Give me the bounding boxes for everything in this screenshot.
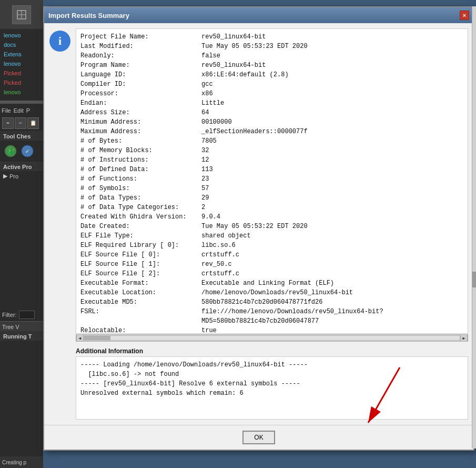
info-row-13: # of Instructions: 12	[80, 155, 463, 165]
sidebar-item-lenovo2[interactable]: lenovo	[2, 59, 41, 68]
tool-icon-check[interactable]: ✓	[20, 144, 35, 158]
info-key-26: Executable Format:	[80, 278, 201, 288]
running-tasks-title: Running T	[0, 331, 43, 341]
info-val-3: rev50_linux64-bit	[201, 61, 266, 70]
vertical-scrollbar-thumb[interactable]	[472, 272, 476, 287]
toolbar-btn-3[interactable]: 📋	[27, 117, 39, 129]
info-key-13: # of Instructions:	[80, 155, 201, 165]
info-row-28: Executable MD5: 580bb78821c4b7cb20d06047…	[80, 297, 463, 307]
info-row-14: # of Defined Data: 113	[80, 165, 463, 174]
info-key-1: Last Modified:	[80, 42, 201, 51]
modal-content: Project File Name: rev50_linux64-bit Las…	[76, 28, 468, 420]
info-val-16: 57	[201, 184, 209, 193]
info-key-7: Endian:	[80, 98, 201, 108]
scroll-left-arrow[interactable]: ◀	[76, 334, 84, 342]
tool-icon-dragon[interactable]: 🐉	[3, 144, 18, 158]
info-key-6: Processor:	[80, 89, 201, 98]
info-key-0: Project File Name:	[80, 32, 201, 42]
menu-file[interactable]: File	[2, 107, 11, 114]
tool-chest-title: Tool Ches	[0, 131, 43, 141]
info-row-6: Processor: x86	[80, 89, 463, 98]
info-val-17: 29	[201, 193, 209, 203]
info-key-20: Date Created:	[80, 222, 201, 231]
sidebar-item-picked2[interactable]: Picked	[2, 78, 41, 87]
info-key-4: Language ID:	[80, 70, 201, 79]
info-key-21: ELF File Type:	[80, 231, 201, 241]
running-tasks-area	[0, 341, 43, 468]
toolbar-btn-1[interactable]: ⬅	[2, 117, 14, 129]
tree-view-label: Tree V	[0, 321, 43, 331]
project-item[interactable]: ▶ Pro	[0, 171, 43, 181]
info-key-28: Executable MD5:	[80, 297, 201, 307]
modal-close-button[interactable]: ×	[460, 11, 469, 20]
menu-bar: File Edit P	[0, 106, 43, 115]
info-val-10: _elfSectionHeaders::0000077f	[201, 127, 308, 136]
info-val-8: 64	[201, 108, 209, 117]
info-row-11: # of Bytes: 7805	[80, 136, 463, 146]
sidebar-item-extens[interactable]: Extens	[2, 50, 41, 58]
horizontal-scrollbar[interactable]: ◀ ▶	[76, 334, 468, 342]
info-key-15: # of Functions:	[80, 174, 201, 184]
info-val-4: x86:LE:64:default (2.8)	[201, 70, 289, 79]
project-content-area	[0, 181, 43, 308]
info-row-24: ELF Source File [ 1]: rev_50.c	[80, 260, 463, 269]
menu-more[interactable]: P	[26, 107, 30, 114]
info-key-11: # of Bytes:	[80, 136, 201, 146]
additional-info-text[interactable]: ----- Loading /home/lenovo/Downloads/rev…	[76, 356, 468, 420]
info-val-0: rev50_linux64-bit	[201, 32, 266, 42]
info-val-9: 00100000	[201, 117, 232, 127]
scrollbar-track[interactable]	[84, 335, 460, 341]
sidebar-item-docs[interactable]: docs	[2, 41, 41, 49]
info-row-9: Minimum Address: 00100000	[80, 117, 463, 127]
filter-row: Filter:	[0, 308, 43, 321]
menu-edit[interactable]: Edit	[14, 107, 24, 114]
info-key-14: # of Defined Data:	[80, 165, 201, 174]
sidebar-top	[0, 0, 43, 29]
info-val-6: x86	[201, 89, 213, 98]
info-key-8: Address Size:	[80, 108, 201, 117]
info-row-17: # of Data Types: 29	[80, 193, 463, 203]
sidebar-item-lenovo1[interactable]: lenovo	[2, 31, 41, 39]
info-key-12: # of Memory Blocks:	[80, 146, 201, 155]
ok-button[interactable]: OK	[242, 431, 275, 444]
info-icon: i	[49, 31, 70, 52]
info-row-3: Program Name: rev50_linux64-bit	[80, 61, 463, 70]
info-row-20: Date Created: Tue May 05 05:53:22 EDT 20…	[80, 222, 463, 231]
sidebar-item-lenovo3[interactable]: lenovo	[2, 88, 41, 96]
info-key-16: # of Symbols:	[80, 184, 201, 193]
info-key-10: Maximum Address:	[80, 127, 201, 136]
filter-label: Filter:	[2, 312, 17, 318]
info-key-17: # of Data Types:	[80, 193, 201, 203]
modal-body: i Project File Name: rev50_linux64-bit L…	[44, 23, 473, 425]
info-table[interactable]: Project File Name: rev50_linux64-bit Las…	[76, 28, 468, 334]
info-val-18: 2	[201, 203, 205, 212]
info-row-15: # of Functions: 23	[80, 174, 463, 184]
scrollbar-thumb[interactable]	[84, 336, 110, 340]
toolbar-btn-2[interactable]: ✂	[15, 117, 26, 129]
info-val-19: 9.0.4	[201, 212, 220, 222]
active-projects-title: Active Pro	[0, 162, 43, 171]
info-row-23: ELF Source File [ 0]: crtstuff.c	[80, 250, 463, 260]
info-row-26: Executable Format: Executable and Linkin…	[80, 278, 463, 288]
info-row-22: ELF Required Library [ 0]: libc.so.6	[80, 241, 463, 250]
project-name: Pro	[9, 173, 18, 180]
info-row-0: Project File Name: rev50_linux64-bit	[80, 32, 463, 42]
info-row-19: Created With Ghidra Version: 9.0.4	[80, 212, 463, 222]
vertical-scrollbar-right[interactable]	[472, 6, 476, 449]
info-row-5: Compiler ID: gcc	[80, 79, 463, 89]
info-row-29: FSRL: file:///home/lenovo/Downloads/rev5…	[80, 307, 463, 326]
sidebar-item-picked1[interactable]: Picked	[2, 69, 41, 77]
status-bar: Creating p	[0, 456, 43, 468]
scroll-right-arrow[interactable]: ▶	[460, 334, 468, 342]
info-row-7: Endian: Little	[80, 98, 463, 108]
svg-text:✓: ✓	[25, 148, 29, 155]
info-key-2: Readonly:	[80, 51, 201, 61]
info-key-29: FSRL:	[80, 307, 201, 326]
modal-icon-area: i	[49, 28, 70, 420]
info-row-18: # of Data Type Categories: 2	[80, 203, 463, 212]
additional-info-title: Additional Information	[76, 346, 468, 356]
filter-input[interactable]	[19, 311, 35, 319]
sidebar-divider1	[0, 101, 43, 104]
info-val-27: /home/lenovo/Downloads/rev50_linux64-bit	[201, 288, 353, 297]
modal-dialog: Import Results Summary × i Project File …	[43, 6, 474, 451]
